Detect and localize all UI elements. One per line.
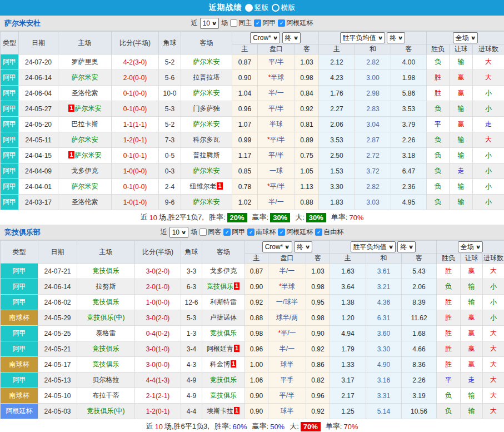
goals-result: 小 [473,148,504,163]
away-team: 埃斯卡拉1 [202,404,245,419]
league-type-badge: 阿甲 [1,326,38,341]
score: 0-1(0-0) [112,179,159,195]
dropdown-arrow-icon: ∨ [470,35,476,41]
corners: 12-6 [181,295,202,310]
match-date: 24-07-20 [19,54,58,70]
table-row: 阿甲24-04-151萨尔米安0-1(0-1)0-5普拉腾斯1.17平/半0.7… [1,148,504,163]
handicap-text: 球半 [281,407,294,415]
table-row: 阿甲24-06-04圣洛伦索0-1(0-0)10-0萨尔米安1.04半/一0.8… [1,86,504,101]
same-venue-label: 同主 [238,18,252,28]
halftime-score: (1-0) [156,345,169,353]
goals-result: 小 [483,295,504,310]
league-filter-label: 阿根廷杯 [286,227,313,237]
scope-select[interactable]: 全场∨ [458,241,483,252]
score: 1-2(0-1) [112,132,159,148]
league-type-badge: 阿甲 [1,264,38,279]
red-card-badge: 1 [231,360,236,368]
match-date: 24-07-21 [38,264,77,279]
games-label: 场 [191,227,197,237]
league-type-badge: 阿甲 [1,101,19,117]
handicap-odds-home: 0.96 [232,101,258,117]
match-date: 24-05-20 [19,117,58,132]
away-team: 竞技俱乐1 [202,279,245,295]
result-wdl: 负 [437,388,461,404]
table-row: 阿甲24-04-01萨尔米安0-1(0-0)2-4纽维尔老10.78*平/半1.… [1,179,504,195]
checkbox-checked-icon: ✓ [247,229,255,236]
away-team-name: 竞技俱乐 [210,329,237,337]
league-filter-checkbox[interactable]: ✓阿根廷杯 [278,18,313,28]
league-filter-checkbox[interactable]: ✓阿甲 [223,227,245,237]
home-team: 巴拉卡斯 [58,117,112,132]
away-team: 利斯特雷 [202,295,245,310]
score: 1-0(0-0) [135,295,181,310]
avg-odds-draw: 3.60 [366,326,402,341]
avg-type-select[interactable]: 胜平负均值∨ [340,32,385,43]
home-team-name: 竞技俱乐(中) [87,407,125,415]
handicap-odds-away: 0.89 [295,132,319,148]
handicap-line: 一球 [258,163,295,179]
halftime-score: (0-0) [156,361,169,369]
layout-radio-landscape[interactable]: 横版 [272,3,296,13]
avg-odds-draw: 4.36 [366,295,402,310]
avg-odds-win: 3.53 [319,132,355,148]
home-team: 竞技俱乐(中) [77,310,135,326]
table-row: 阿甲24-06-14萨尔米安2-0(0-0)5-6拉普拉塔0.90*半球0.98… [1,70,504,86]
league-filter-checkbox[interactable]: ✓阿根廷杯 [278,227,313,237]
checkbox-checked-icon: ✓ [254,19,261,27]
away-team: 卢捷诺体 [202,310,245,326]
avg-time-select[interactable]: 终∨ [387,32,405,43]
recent-count-select[interactable]: 10 ∨ [169,227,189,238]
dropdown-arrow-icon: ∨ [285,244,290,250]
summary-row: 近10场,胜6平1负3,胜率:60%赢率:50%大:70%单率:70% [0,419,504,432]
handicap-odds-away: 0.98 [295,70,319,86]
avg-odds-win: 4.23 [319,70,355,86]
match-date: 24-06-04 [19,86,58,101]
same-venue-checkbox[interactable]: 同主 [230,18,252,28]
recent-count-select[interactable]: 10 ∨ [200,18,219,29]
avg-time-select[interactable]: 终∨ [397,241,416,252]
goals-result: 大 [483,264,504,279]
corners: 5-3 [159,101,181,117]
odds-company-select[interactable]: Crow*∨ [250,32,280,43]
avg-odds-lose: 4.95 [391,195,427,210]
layout-radio-portrait[interactable]: 竖版 [245,3,269,13]
odds-time-select[interactable]: 终∨ [282,32,301,43]
avg-odds-draw: 3.30 [366,341,402,357]
odds-time-select[interactable]: 终∨ [294,241,312,252]
handicap-result: 赢 [450,86,473,101]
handicap-text: 半/一 [268,89,283,97]
avg-type-select[interactable]: 胜平负均值∨ [351,241,396,252]
halftime-score: (0-1) [133,152,147,160]
home-team-name: 贝尔格拉 [93,376,119,384]
subcol-odds-away: 客 [306,254,330,264]
fulltime-score: 0-1 [123,90,133,97]
avg-odds-lose: 11.62 [402,310,437,326]
away-team: 科尔多瓦 [181,132,232,148]
avg-odds-draw: 3.72 [355,163,391,179]
handicap-text: 半/一 [280,345,295,352]
dropdown-arrow-icon: ∨ [388,244,393,250]
odds-company-select[interactable]: Crow*∨ [262,241,292,252]
handicap-odds-away: 0.88 [295,195,319,210]
home-team-name: 萨尔米安 [75,151,102,159]
score: 1-0(1-0) [112,195,159,210]
handicap-odds-home: 0.92 [245,295,268,310]
handicap-result: 赢 [450,117,473,132]
league-filter-checkbox[interactable]: ✓阿甲 [254,18,276,28]
league-filter-checkbox[interactable]: ✓南球杯 [247,227,276,237]
league-filter-label: 阿根廷杯 [286,18,313,28]
matches-table: 类型 日期 主场 比分(半场) 角球 客场 Crow*∨ 终∨ 胜平负均值∨ 终… [0,31,504,210]
match-date: 24-04-01 [19,179,58,195]
league-filter-checkbox[interactable]: ✓自由杯 [315,227,343,237]
halftime-score: (1-1) [133,121,147,128]
handicap-text: 一球 [270,167,283,175]
same-venue-checkbox[interactable]: 同客 [199,227,221,237]
halftime-score: (0-2) [156,330,169,337]
handicap-line: 球半 [268,404,306,419]
scope-select[interactable]: 全场∨ [453,32,478,43]
avg-odds-draw: 5.14 [366,404,402,419]
goals-result: 大 [483,388,504,404]
avg-odds-win: 1.33 [330,357,366,373]
handicap-line: 半球 [258,117,295,132]
away-team-name: 竞技俱乐 [210,391,237,399]
